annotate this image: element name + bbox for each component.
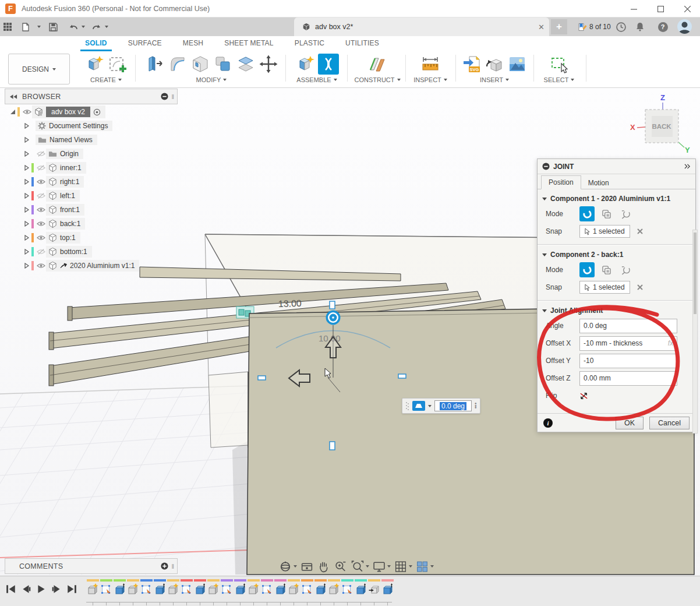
timeline-feature-extrude[interactable]: [381, 579, 394, 596]
visibility-eye-icon[interactable]: [22, 109, 32, 115]
ribbon-tab-mesh[interactable]: MESH: [172, 36, 214, 51]
axis-z-label[interactable]: Z: [660, 93, 665, 102]
ribbon-group-label-create[interactable]: CREATE: [90, 76, 122, 83]
ribbon-group-label-construct[interactable]: CONSTRUCT: [354, 76, 400, 83]
ribbon-group-label-modify[interactable]: MODIFY: [196, 76, 227, 83]
joint-handle-top[interactable]: [330, 301, 335, 309]
angle-value-input[interactable]: 0.0 deg: [434, 400, 472, 411]
info-icon[interactable]: i: [543, 418, 553, 428]
mode-between-faces-button[interactable]: [599, 206, 614, 221]
joint-handle-left[interactable]: [258, 376, 266, 380]
ok-button[interactable]: OK: [616, 417, 644, 429]
workspace-switcher[interactable]: DESIGN: [8, 54, 70, 84]
mode-between-faces-button[interactable]: [599, 262, 614, 277]
timeline-feature-component[interactable]: [126, 579, 140, 596]
expand-arrow-icon[interactable]: [23, 221, 30, 227]
browser-item-left-1[interactable]: left:1: [5, 189, 179, 203]
timeline-feature-extrude[interactable]: [193, 579, 207, 596]
combine-icon[interactable]: [213, 54, 234, 75]
timeline-feature-component[interactable]: [287, 579, 300, 596]
timeline-feature-component[interactable]: [167, 579, 180, 596]
maximize-button[interactable]: [648, 0, 673, 17]
angle-type-caret[interactable]: [428, 405, 432, 407]
viewports-icon[interactable]: [415, 560, 434, 573]
expand-arrow-icon[interactable]: [23, 263, 30, 269]
ribbon-tab-sheet-metal[interactable]: SHEET METAL: [214, 36, 284, 51]
expand-arrow-icon[interactable]: [23, 123, 30, 129]
offset-x-input[interactable]: -10 mm - thicknessfx: [579, 336, 677, 351]
pan-icon[interactable]: [317, 560, 331, 573]
insert-svg-icon[interactable]: SVG: [461, 54, 482, 75]
dialog-section-header[interactable]: Component 1 - 2020 Aluminium v1:1: [538, 189, 695, 205]
view-cube-face-label[interactable]: BACK: [652, 123, 671, 130]
timeline-feature-component[interactable]: [86, 579, 100, 596]
clear-selection-icon[interactable]: [637, 228, 643, 234]
milestone-indicator[interactable]: 8 of 10: [578, 20, 611, 34]
visibility-eye-icon[interactable]: [36, 179, 46, 185]
timeline-feature-sketch[interactable]: [341, 579, 354, 596]
notifications-bell-icon[interactable]: [636, 20, 644, 34]
job-status-clock-icon[interactable]: [616, 20, 626, 34]
browser-item-named-views[interactable]: Named Views: [5, 133, 179, 147]
visibility-eye-icon[interactable]: [36, 207, 46, 213]
timeline-feature-component[interactable]: [247, 579, 260, 596]
timeline-feature-component[interactable]: [327, 579, 341, 596]
derive-icon[interactable]: [484, 54, 505, 75]
visibility-eye-off-icon[interactable]: [36, 165, 46, 171]
axis-x-label[interactable]: X: [630, 123, 635, 132]
comments-panel-grip[interactable]: ‖: [171, 563, 175, 570]
dialog-dock-chevrons-icon[interactable]: [684, 164, 691, 169]
ribbon-tab-plastic[interactable]: PLASTIC: [284, 36, 335, 51]
timeline-feature-sketch[interactable]: [300, 579, 314, 596]
browser-item-origin[interactable]: Origin: [5, 147, 179, 161]
timeline-feature-extrude[interactable]: [274, 579, 287, 596]
expand-arrow-icon[interactable]: [23, 207, 30, 213]
timeline-feature-sketch[interactable]: [180, 579, 193, 596]
construct-plane-icon[interactable]: [367, 54, 388, 75]
browser-panel-header[interactable]: BROWSER ‖: [5, 89, 178, 104]
angle-input[interactable]: 0.0 deg: [579, 319, 677, 333]
timeline-feature-sketch[interactable]: [220, 579, 234, 596]
app-grid-menu-icon[interactable]: [3, 20, 12, 34]
measure-icon[interactable]: [420, 54, 441, 75]
document-tab[interactable]: adv box v2* ✕: [294, 17, 549, 36]
ribbon-tab-surface[interactable]: SURFACE: [118, 36, 172, 51]
new-document-tab-button[interactable]: +: [551, 19, 567, 34]
joint-icon[interactable]: [318, 54, 339, 75]
hole-icon[interactable]: [190, 54, 211, 75]
drag-grip-icon[interactable]: [405, 401, 409, 411]
visibility-eye-off-icon[interactable]: [36, 151, 46, 157]
joint-angle-icon[interactable]: [412, 401, 425, 411]
zoom-icon[interactable]: [334, 560, 348, 573]
offset-y-input[interactable]: -10: [579, 354, 677, 368]
document-tab-close-icon[interactable]: ✕: [538, 23, 545, 31]
visibility-eye-off-icon[interactable]: [36, 193, 46, 199]
play-icon[interactable]: [36, 584, 47, 594]
expand-arrow-icon[interactable]: [23, 179, 30, 185]
clear-selection-icon[interactable]: [637, 284, 643, 290]
browser-collapse-icon[interactable]: [10, 94, 17, 99]
browser-panel-grip[interactable]: ‖: [171, 93, 175, 100]
timeline-feature-sketch[interactable]: [140, 579, 153, 596]
browser-item-adv-box-v2[interactable]: adv box v2: [5, 105, 179, 119]
mode-rigid-button[interactable]: [579, 206, 595, 221]
expand-arrow-icon[interactable]: [23, 137, 30, 143]
undo-caret[interactable]: [82, 20, 85, 34]
browser-item-bottom-1[interactable]: bottom:1: [5, 245, 179, 259]
mode-motion-button[interactable]: [618, 206, 633, 221]
dialog-tab-position[interactable]: Position: [541, 175, 581, 189]
snap-selection-button[interactable]: 1 selected: [579, 225, 630, 238]
visibility-eye-icon[interactable]: [36, 235, 46, 241]
ribbon-group-label-insert[interactable]: INSERT: [480, 76, 509, 83]
create-sketch-icon[interactable]: [107, 54, 128, 75]
expanded-triangle-icon[interactable]: [9, 109, 16, 115]
visibility-eye-off-icon[interactable]: [36, 249, 46, 255]
new-component-icon[interactable]: [84, 54, 105, 75]
dialog-section-header[interactable]: Joint Alignment: [538, 301, 695, 317]
joint-handle-right[interactable]: [398, 374, 406, 378]
dialog-scrollbar[interactable]: [692, 230, 698, 434]
dialog-tab-motion[interactable]: Motion: [581, 177, 616, 189]
activate-component-radio-icon[interactable]: [93, 108, 101, 116]
browser-item-inner-1[interactable]: inner:1: [5, 161, 179, 175]
expand-arrow-icon[interactable]: [23, 151, 30, 157]
